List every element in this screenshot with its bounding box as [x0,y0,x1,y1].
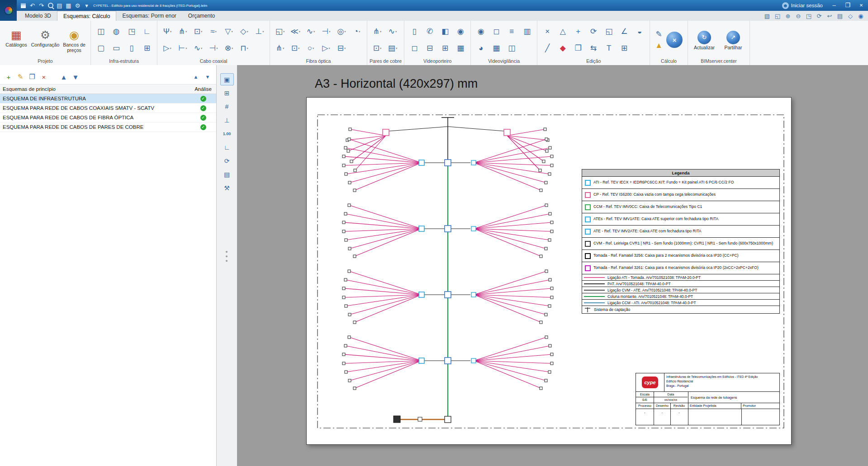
move-down-button[interactable]: ▼ [70,71,81,82]
login-button[interactable]: ☻ Iniciar sessão [778,2,827,9]
amplificador-fo-icon[interactable]: ▷ [322,44,330,52]
camara-dome-icon[interactable]: ◕ [479,44,483,52]
delete-schema-button[interactable]: × [38,71,50,82]
cype-web-icon[interactable]: ◉ [856,12,865,20]
telefone-icon[interactable]: ✆ [427,28,433,35]
actualizar-button[interactable]: ↻ Actualizar [690,29,718,51]
partilhar-button[interactable]: ↗ Partilhar [719,29,747,51]
bancos-precos-button[interactable]: ◉ Bancos de preços [60,27,88,53]
tubos-icon[interactable]: ◍ [113,28,120,35]
copy-schema-button[interactable]: ❐ [26,71,38,82]
folha-icon[interactable]: ▤ [220,168,234,180]
cabo-pares-icon[interactable]: ∿ [389,28,397,35]
zoom-mais-icon[interactable]: ⊕ [783,12,792,20]
amplificador-icon[interactable]: ▷ [163,44,171,52]
panel-next-button[interactable]: ▼ [202,71,213,82]
schema-list-item[interactable]: ESQUEMA DE INFRAESTRUTURA ✓ [0,94,216,104]
opcoes-calculo-icon[interactable]: ✎ [655,30,663,38]
redesenhar-icon[interactable]: ⟳ [815,12,824,20]
escala-icon[interactable]: 1.00 [220,127,234,140]
desfazer-button[interactable]: ↶ [28,1,37,10]
grelha-icon[interactable]: ⊞ [220,87,234,99]
schema-list-item[interactable]: ESQUEMA PARA REDE DE CABOS COAXIAIS SMAT… [0,104,216,113]
tracado-icon[interactable]: ∟ [143,28,151,35]
distribuidor-icon[interactable]: ⊞ [442,44,448,52]
canalizacao-icon[interactable]: ◫ [97,28,104,35]
move-up-button[interactable]: ▲ [58,71,70,82]
placa-rua-icon[interactable]: ▯ [413,28,417,35]
add-schema-button[interactable]: + [3,71,14,82]
editar-icon[interactable]: ◆ [560,44,566,52]
carga-icon[interactable]: ⊥ [255,28,264,35]
poligono-icon[interactable]: △ [560,28,566,35]
medir-icon[interactable]: ∠ [621,28,628,35]
central-icon[interactable]: ▦ [457,44,464,52]
refazer-button[interactable]: ↷ [37,1,46,10]
ponte-icon[interactable]: ⊓ [240,44,248,52]
imprimir-button[interactable]: ▤ [55,1,64,10]
zoom-button[interactable] [46,1,55,10]
abre-portas-icon[interactable]: ◧ [441,28,449,35]
atenuador-fo-icon[interactable]: ⊣ [322,28,330,35]
tomada-rj45-icon[interactable]: ⊡ [373,44,382,52]
zoom-janela-icon[interactable]: ◱ [773,12,782,20]
ribbon-tab[interactable]: Modelo 3D [19,11,57,21]
repartidor-icon[interactable]: ⋔ [179,28,187,35]
alimentador-icon[interactable]: ⊟ [427,44,433,52]
restore-button[interactable]: ❐ [841,0,854,11]
linha-icon[interactable]: ╱ [545,44,550,52]
schema-list-item[interactable]: ESQUEMA PARA REDE DE CABOS DE PARES DE C… [0,122,216,132]
mao-icon[interactable]: ◇ [846,12,855,20]
ferramentas-icon[interactable]: ⚒ [220,182,234,194]
filtro-icon[interactable]: ▽ [225,28,232,35]
agrupar-icon[interactable]: ⊞ [621,44,627,52]
cabo-fo-icon[interactable]: ∿ [307,28,315,35]
drawing-sheet[interactable]: Legenda ATI - Ref. TEV IECX + IEDR6PC6CC… [306,97,792,445]
servidor-icon[interactable]: ▥ [523,28,531,35]
splitter-fo-icon[interactable]: ≪ [290,28,300,35]
camara-visita-icon[interactable]: ◳ [128,28,135,35]
vista-anterior-icon[interactable]: ↩ [825,12,834,20]
monitor-icon[interactable]: ◻ [411,44,417,52]
mover-icon[interactable]: + [576,28,580,35]
adaptador-fo-icon[interactable]: ⊟ [337,44,346,52]
medidor-fo-icon[interactable]: ◔ [354,28,360,35]
equalizador-icon[interactable]: ≈ [210,28,217,35]
escala-edicao-icon[interactable]: ◱ [605,28,612,35]
simetria-icon[interactable]: ⇆ [590,44,597,52]
verificar-icon[interactable]: ▲ [655,42,663,49]
edit-schema-button[interactable]: ✎ [14,71,26,82]
ribbon-tab[interactable]: Esquemas: Cálculo [57,11,116,21]
camara-cctv-icon[interactable]: ◉ [478,28,484,35]
drawing-canvas[interactable]: A3 - Horizontal (420x297) mm [237,65,868,466]
zoom-menos-icon[interactable]: ⊖ [794,12,803,20]
atribuir-icon[interactable]: ⊞ [144,44,150,52]
copiar-icon[interactable]: ❐ [575,44,582,52]
apagar-icon[interactable]: × [545,28,550,35]
ajuste-icon[interactable]: # [220,100,234,113]
tomada-fo-icon[interactable]: ⊡ [291,44,300,52]
caixa-icon[interactable]: ▢ [97,44,104,52]
interseccao-icon[interactable]: ◒ [637,28,642,35]
caixa-emenda-icon[interactable]: ◱ [275,28,285,35]
misturador-icon[interactable]: ⊗ [225,44,233,52]
cabo-coaxial-icon[interactable]: ∿ [194,44,203,52]
texto-icon[interactable]: T [607,44,611,52]
derivador-icon[interactable]: ⊢ [178,44,187,52]
panel-splitter[interactable]: ●●● [225,249,228,263]
catalogos-button[interactable]: ▦ Catálogos [2,27,30,53]
regenerar-icon[interactable]: ⟳ [220,155,234,167]
rodar-icon[interactable]: ⟳ [590,28,597,35]
configuracao-button[interactable]: ⚙ Configuração [31,27,59,53]
repartidor-fo-icon[interactable]: ⋔ [276,44,285,52]
antena-icon[interactable]: Ψ [163,28,171,35]
ribbon-tab[interactable]: Orçamento [182,11,221,21]
close-button[interactable]: × [854,0,868,11]
panel-prev-button[interactable]: ▲ [190,71,202,82]
armario-icon[interactable]: ▯ [129,44,133,52]
tomada-tv-icon[interactable]: ⊡ [194,28,203,35]
cotas-icon[interactable]: ⊥ [220,114,234,126]
monitor-cctv-icon[interactable]: ◻ [493,28,499,35]
janela-seleccao-icon[interactable]: ▧ [763,12,772,20]
guardar-button[interactable] [19,1,28,10]
